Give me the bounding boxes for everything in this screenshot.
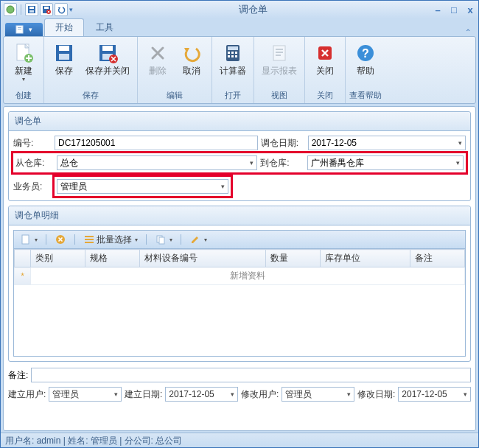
report-button: 显示报表 <box>257 38 301 79</box>
separator <box>181 234 181 245</box>
col-category[interactable]: 类别 <box>31 250 85 267</box>
value-modifier: 管理员 <box>285 388 312 401</box>
svg-rect-24 <box>228 55 230 57</box>
x-icon <box>55 234 66 245</box>
input-no[interactable]: DC171205001 <box>55 136 258 150</box>
label-operator: 业务员: <box>13 181 52 193</box>
row-warehouses: 从仓库: 总仓 到仓库: 广州番禺仓库 <box>15 155 464 170</box>
svg-rect-26 <box>235 55 237 57</box>
value-operator: 管理员 <box>60 181 87 193</box>
close-window-button[interactable]: x <box>465 4 475 15</box>
label-creator: 建立用户: <box>8 388 46 401</box>
close-button[interactable]: 关闭 <box>308 38 342 79</box>
col-unit[interactable]: 库存单位 <box>320 250 410 267</box>
calculator-label: 计算器 <box>220 66 246 76</box>
qat-undo-icon[interactable] <box>55 3 68 16</box>
close-icon <box>313 41 337 65</box>
svg-rect-22 <box>231 52 234 54</box>
col-spec[interactable]: 规格 <box>85 250 140 267</box>
group-save-title: 保存 <box>47 90 134 102</box>
batch-label: 批量选择 <box>97 234 132 246</box>
value-from: 总仓 <box>60 157 78 169</box>
calculator-button[interactable]: 计算器 <box>215 38 251 79</box>
input-mdate[interactable]: 2017-12-05 <box>398 387 471 402</box>
titlebar: ▾ 调仓单 – □ x <box>1 1 478 18</box>
detail-copy-button[interactable] <box>152 232 175 247</box>
quick-access-toolbar: ▾ <box>4 3 73 16</box>
input-to-warehouse[interactable]: 广州番禺仓库 <box>307 155 464 170</box>
input-operator[interactable]: 管理员 <box>57 179 228 194</box>
ribbon-group-help: ? 帮助 查看帮助 <box>346 37 385 103</box>
add-row[interactable]: * 新增资料 <box>15 267 465 285</box>
header-panel-body: 编号: DC171205001 调仓日期: 2017-12-05 从仓库: 总仓… <box>9 131 470 200</box>
svg-rect-2 <box>29 7 34 9</box>
svg-rect-21 <box>228 52 230 54</box>
input-remark[interactable] <box>31 368 471 382</box>
save-button[interactable]: 保存 <box>47 38 81 79</box>
highlight-box-operator: 管理员 <box>52 175 233 198</box>
report-icon <box>268 41 291 65</box>
new-label: 新建 <box>15 66 32 76</box>
col-qty[interactable]: 数量 <box>265 250 320 267</box>
label-to: 到仓库: <box>260 157 304 169</box>
input-cdate[interactable]: 2017-12-05 <box>165 387 238 402</box>
detail-panel-body: 批量选择 类 <box>9 225 470 361</box>
qat-saveclose-icon[interactable] <box>40 3 53 16</box>
value-cdate: 2017-12-05 <box>169 389 214 399</box>
detail-delete-button[interactable] <box>52 232 69 247</box>
help-icon: ? <box>354 41 377 65</box>
col-selector[interactable] <box>15 250 31 267</box>
copy-icon <box>155 234 167 245</box>
detail-batch-button[interactable]: 批量选择 <box>80 232 141 248</box>
label-mdate: 修改日期: <box>357 388 395 401</box>
ribbon-tabstrip: ▾ 开始 工具 ⌃ <box>1 18 478 36</box>
label-modifier: 修改用户: <box>241 388 279 401</box>
group-view-title: 视图 <box>257 90 301 102</box>
value-mdate: 2017-12-05 <box>402 389 447 399</box>
file-menu-button[interactable]: ▾ <box>5 23 43 36</box>
input-modifier[interactable]: 管理员 <box>282 387 354 402</box>
separator <box>74 234 75 245</box>
svg-rect-37 <box>85 239 94 240</box>
new-button[interactable]: 新建 ▾ <box>7 38 41 85</box>
detail-grid[interactable]: 类别 规格 材料设备编号 数量 库存单位 备注 * 新增资料 <box>13 249 466 357</box>
input-creator[interactable]: 管理员 <box>49 387 122 402</box>
save-close-button[interactable]: 保存并关闭 <box>81 38 134 79</box>
svg-rect-29 <box>276 52 283 53</box>
minimize-button[interactable]: – <box>433 4 443 15</box>
svg-rect-30 <box>276 55 281 56</box>
input-date[interactable]: 2017-12-05 <box>308 136 466 150</box>
audit-row: 建立用户: 管理员 建立日期: 2017-12-05 修改用户: 管理员 修改日… <box>8 387 471 402</box>
col-note[interactable]: 备注 <box>410 250 464 267</box>
header-panel: 调仓单 编号: DC171205001 调仓日期: 2017-12-05 从仓库… <box>8 111 471 201</box>
help-label: 帮助 <box>357 66 374 76</box>
ribbon-collapse-button[interactable]: ⌃ <box>465 28 471 36</box>
ribbon-group-create: 新建 ▾ 创建 <box>4 37 44 103</box>
input-from-warehouse[interactable]: 总仓 <box>57 155 257 170</box>
ribbon-group-open: 计算器 打开 <box>212 37 254 103</box>
row-operator: 业务员: 管理员 <box>13 177 466 196</box>
tab-tools[interactable]: 工具 <box>85 19 124 36</box>
help-button[interactable]: ? 帮助 <box>349 38 382 79</box>
add-row-star: * <box>15 267 31 285</box>
delete-label: 删除 <box>149 66 167 76</box>
app-window: ▾ 调仓单 – □ x ▾ 开始 工具 ⌃ 新建 ▾ 创建 <box>0 0 479 448</box>
detail-edit-button[interactable] <box>186 232 210 247</box>
svg-rect-8 <box>18 27 21 28</box>
detail-table: 类别 规格 材料设备编号 数量 库存单位 备注 * 新增资料 <box>14 249 465 285</box>
label-remark: 备注: <box>8 369 28 382</box>
undo-icon <box>180 41 203 65</box>
separator <box>146 234 147 245</box>
cancel-button[interactable]: 取消 <box>175 38 209 79</box>
detail-panel-title: 调仓单明细 <box>9 206 470 225</box>
header-panel-title: 调仓单 <box>9 112 470 131</box>
save-close-label: 保存并关闭 <box>85 66 130 76</box>
col-code[interactable]: 材料设备编号 <box>140 250 265 267</box>
maximize-button[interactable]: □ <box>449 4 459 15</box>
svg-rect-14 <box>59 54 69 60</box>
detail-new-button[interactable] <box>17 232 41 247</box>
qat-save-icon[interactable] <box>25 3 38 16</box>
svg-rect-36 <box>85 236 94 237</box>
tab-start[interactable]: 开始 <box>44 18 84 36</box>
save-label: 保存 <box>55 66 73 76</box>
